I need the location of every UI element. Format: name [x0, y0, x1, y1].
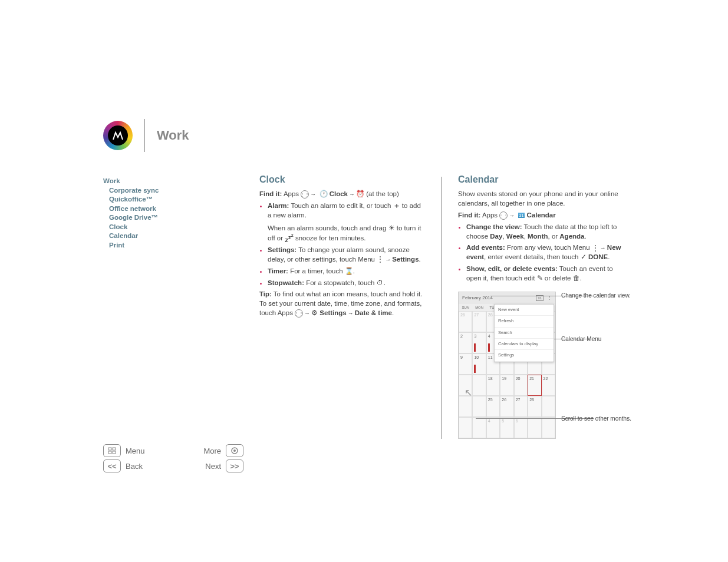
cal-cell[interactable]: [542, 417, 555, 438]
timer-label: Timer:: [268, 267, 288, 275]
menu-dots-icon: ⋮: [592, 245, 599, 252]
arrow-icon: →: [309, 191, 317, 197]
show-text-2: or delete: [543, 275, 573, 282]
more-button[interactable]: [226, 444, 243, 457]
cal-cell[interactable]: [528, 417, 541, 438]
menu-item-refresh[interactable]: Refresh: [495, 316, 554, 327]
cal-cell[interactable]: 26: [459, 311, 472, 332]
sidebar-item-clock[interactable]: Clock: [109, 223, 221, 232]
cal-cell[interactable]: 22: [542, 375, 555, 396]
find-it-label: Find it:: [259, 190, 282, 197]
cal-cell[interactable]: 10: [472, 353, 486, 375]
sidebar-item-office-network[interactable]: Office network: [109, 204, 221, 214]
calendar-menu-popup: New event Refresh Search Calendars to di…: [494, 304, 554, 362]
clock-timer-bullet: Timer: For a timer, touch ⌛.: [268, 267, 424, 276]
cal-cell[interactable]: 4: [486, 417, 500, 438]
cal-cell[interactable]: 27: [514, 396, 528, 417]
calendar-add-events-bullet: Add events: From any view, touch Menu ⋮→…: [466, 243, 623, 262]
header-divider: [144, 119, 145, 152]
sidebar-item-corporate-sync[interactable]: Corporate sync: [109, 186, 221, 196]
cal-cell[interactable]: 20: [514, 375, 528, 396]
apps-icon: ⋮⋮: [295, 309, 303, 318]
find-it-suffix: (at the top): [364, 190, 399, 197]
hourglass-icon: ⌛: [345, 268, 353, 275]
cal-cell[interactable]: [472, 417, 486, 438]
back-label: Back: [126, 462, 143, 471]
alarm-clock-icon: ⏰: [356, 191, 364, 198]
menu-item-settings[interactable]: Settings: [495, 350, 554, 361]
menu-item-search[interactable]: Search: [495, 328, 554, 339]
clock-section: Clock Find it: Apps ⋮⋮→ 🕐 Clock→⏰ (at th…: [259, 173, 424, 439]
cal-cell[interactable]: 21: [528, 375, 541, 396]
menu-dots-icon: ⋮: [377, 256, 384, 263]
sidebar-nav: Work Corporate sync Quickoffice™ Office …: [103, 177, 221, 250]
arrow-icon: →: [348, 191, 356, 197]
sidebar-item-print[interactable]: Print: [109, 241, 221, 250]
svg-rect-0: [108, 448, 111, 450]
svg-rect-2: [108, 451, 111, 454]
svg-point-5: [233, 449, 236, 452]
add-text-3: , enter event details, then touch: [484, 253, 581, 260]
next-button[interactable]: >>: [226, 459, 243, 472]
check-icon: ✓: [581, 254, 587, 261]
calendar-find-it: Find it: Apps ⋮⋮→ 31 Calendar: [458, 211, 623, 220]
sidebar-top[interactable]: Work: [103, 177, 221, 186]
svg-rect-1: [113, 448, 116, 450]
event-indicator: [474, 343, 476, 352]
stopwatch-text: For a stopwatch, touch: [304, 279, 377, 286]
cal-cell[interactable]: 27: [472, 311, 486, 332]
page-title: Work: [157, 128, 189, 143]
cal-cell[interactable]: 5: [500, 417, 513, 438]
cal-cell[interactable]: [472, 396, 486, 417]
callout-calendar-menu: Calendar Menu: [561, 335, 601, 343]
nav-footer: Menu More << Back Next >>: [103, 442, 243, 475]
cal-cell[interactable]: [472, 375, 486, 396]
show-events-label: Show, edit, or delete events:: [466, 265, 558, 272]
arrow-icon: →: [599, 244, 607, 251]
find-it-text: Apps: [282, 190, 301, 197]
cal-cell[interactable]: [459, 417, 472, 438]
motorola-logo-m: [108, 125, 128, 146]
back-button[interactable]: <<: [103, 459, 121, 472]
calendar-heading: Calendar: [458, 173, 623, 186]
clock-settings-bullet: Settings: To change your alarm sound, sn…: [268, 246, 424, 265]
menu-item-calendars-to-display[interactable]: Calendars to display: [495, 339, 554, 350]
tip-settings: Settings: [319, 309, 346, 316]
settings-word: Settings: [392, 256, 419, 263]
cal-cell[interactable]: 18: [486, 375, 500, 396]
timer-text: For a timer, touch: [288, 267, 345, 275]
cal-cell[interactable]: 28: [528, 396, 541, 417]
cal-cell[interactable]: 6: [514, 417, 528, 438]
menu-label: Menu: [126, 447, 145, 455]
add-events-label: Add events:: [466, 244, 505, 251]
view-week: Week: [506, 233, 524, 240]
settings-gear-icon: ⚙: [311, 310, 318, 317]
view-agenda: Agenda: [559, 233, 584, 240]
cal-cell[interactable]: 25: [486, 396, 500, 417]
callout-scroll-months: Scroll to see other months.: [561, 415, 631, 423]
plus-icon: ＋: [393, 203, 400, 210]
arrow-icon: →: [384, 256, 392, 263]
callout-change-view: Change the calendar view.: [561, 292, 631, 300]
alarm-text: Touch an alarm to edit it, or touch: [289, 202, 393, 209]
pencil-icon: ✎: [537, 275, 543, 282]
cal-cell[interactable]: 19: [500, 375, 513, 396]
cal-cell[interactable]: 3: [472, 332, 486, 353]
calendar-app-icon: 31: [518, 213, 525, 218]
apps-icon: ⋮⋮: [301, 190, 309, 199]
dismiss-icon: ☀: [388, 225, 395, 232]
clock-find-it: Find it: Apps ⋮⋮→ 🕐 Clock→⏰ (at the top): [259, 190, 424, 199]
day-header: MON: [472, 304, 486, 311]
cal-cell[interactable]: [542, 396, 555, 417]
cal-cell[interactable]: 26: [500, 396, 513, 417]
sidebar-item-google-drive[interactable]: Google Drive™: [109, 213, 221, 223]
menu-item-new-event[interactable]: New event: [495, 305, 554, 316]
cal-month-label[interactable]: February 2014: [462, 295, 493, 301]
cal-cell[interactable]: 9: [459, 353, 472, 375]
sidebar-item-quickoffice[interactable]: Quickoffice™: [109, 195, 221, 204]
cal-cell[interactable]: 2: [459, 332, 472, 353]
tip-label: Tip:: [259, 290, 272, 297]
tip-datetime: Date & time: [355, 309, 392, 316]
menu-button[interactable]: [103, 444, 121, 457]
sidebar-item-calendar[interactable]: Calendar: [109, 232, 221, 241]
